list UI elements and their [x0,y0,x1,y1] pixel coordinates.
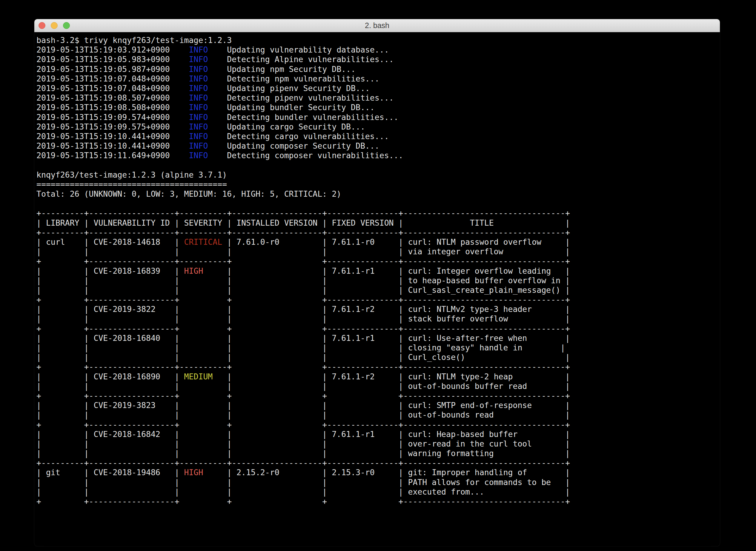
terminal-line: | | | | | | warning formatting | [36,449,720,458]
terminal-text: +---------+------------------+----------… [36,208,570,217]
terminal-output[interactable]: bash-3.2$ trivy knqyf263/test-image:1.2.… [34,32,720,546]
terminal-line: | | | | | | closing "easy" handle in | [36,343,720,353]
terminal-line: | | | | | | Curl_sasl_create_plain_messa… [36,286,720,295]
terminal-line: + +------------------+----------+ +-----… [36,256,720,266]
terminal-line: + +------------------+ + + +------------… [36,391,720,401]
terminal-text: Updating npm Security DB... [208,64,356,74]
terminal-text: 2019-05-13T15:19:08.508+0900 [36,103,189,112]
terminal-line: | | CVE-2018-16839 | HIGH | | 7.61.1-r1 … [36,266,720,276]
terminal-text: 2019-05-13T15:19:11.649+0900 [36,151,189,160]
terminal-text: | | | | | | to heap-based buffer overflo… [36,276,570,285]
terminal-text: | curl | CVE-2018-14618 | [36,237,184,246]
terminal-text: + +------------------+ + +--------------… [36,295,570,304]
terminal-line: | | | | | | PATH allows for commands to … [36,478,720,487]
terminal-text: | | | | | | closing "easy" handle in | [36,343,565,352]
terminal-text: ======================================== [36,180,227,189]
info-text: INFO [189,45,208,54]
terminal-line: 2019-05-13T15:19:10.441+0900 INFO Updati… [36,141,720,151]
terminal-text: 2019-05-13T15:19:05.987+0900 [36,64,189,74]
info-text: INFO [189,84,208,93]
terminal-text: Updating pipenv Security DB... [208,84,370,93]
terminal-text: | | | | | | via integer overflow | [36,247,570,256]
window-title: 2. bash [365,21,389,30]
terminal-line: | LIBRARY | VULNERABILITY ID | SEVERITY … [36,218,720,228]
terminal-text: | | CVE-2018-16840 | | | 7.61.1-r1 | cur… [36,334,570,343]
terminal-line: | | CVE-2018-16840 | | | 7.61.1-r1 | cur… [36,334,720,343]
terminal-text: + +------------------+----------+ +-----… [36,256,570,265]
terminal-text: +---------+------------------+----------… [36,228,570,237]
info-text: INFO [189,112,208,122]
terminal-text: bash-3.2$ trivy knqyf263/test-image:1.2.… [36,35,232,45]
high-text: HIGH [184,266,203,276]
terminal-text: +---------+------------------+----------… [36,458,570,467]
close-button[interactable] [38,22,45,29]
terminal-window: 2. bash bash-3.2$ trivy knqyf263/test-im… [34,19,720,546]
terminal-text: 2019-05-13T15:19:07.048+0900 [36,84,189,93]
terminal-text: Updating cargo Security DB... [208,122,365,131]
terminal-line: | | | | | | Curl_close() | [36,353,720,362]
medium-text: MEDIUM [184,372,213,381]
terminal-line: 2019-05-13T15:19:07.048+0900 INFO Detect… [36,74,720,84]
terminal-text: Updating vulnerability database... [208,45,389,54]
terminal-line: 2019-05-13T15:19:03.912+0900 INFO Updati… [36,45,720,55]
terminal-text: | 2.15.2-r0 | 2.15.3-r0 | git: Improper … [203,468,570,477]
window-titlebar[interactable]: 2. bash [34,19,720,32]
terminal-text: | | CVE-2019-3822 | | | 7.61.1-r2 | curl… [36,305,570,314]
info-text: INFO [189,64,208,74]
terminal-text: 2019-05-13T15:19:07.048+0900 [36,74,189,83]
terminal-text: Detecting cargo vulnerabilities... [208,132,389,141]
info-text: INFO [189,55,208,64]
terminal-text: Updating bundler Security DB... [208,103,374,112]
high-text: HIGH [184,468,203,477]
terminal-text: | | | | | | warning formatting | [36,449,570,458]
terminal-line: | | | | | | via integer overflow | [36,247,720,256]
terminal-text: + +------------------+ + + +------------… [36,391,570,400]
info-text: INFO [189,132,208,141]
terminal-text: 2019-05-13T15:19:10.441+0900 [36,132,189,141]
terminal-text: + +------------------+ + + +------------… [36,497,570,506]
terminal-line: ======================================== [36,180,720,189]
terminal-line: | curl | CVE-2018-14618 | CRITICAL | 7.6… [36,237,720,247]
zoom-button[interactable] [63,22,70,29]
terminal-line: 2019-05-13T15:19:08.507+0900 INFO Detect… [36,93,720,103]
terminal-line: 2019-05-13T15:19:11.649+0900 INFO Detect… [36,151,720,160]
terminal-line: | | | | | | stack buffer overflow | [36,314,720,324]
terminal-text: Detecting Alpine vulnerabilities... [208,55,394,64]
terminal-text: 2019-05-13T15:19:08.507+0900 [36,93,189,102]
terminal-line: 2019-05-13T15:19:09.575+0900 INFO Updati… [36,122,720,132]
terminal-text: | | CVE-2019-3823 | | | | curl: SMTP end… [36,401,570,410]
terminal-text: + +------------------+ + +--------------… [36,324,570,333]
terminal-line: | | CVE-2019-3822 | | | 7.61.1-r2 | curl… [36,305,720,314]
terminal-line [36,199,720,208]
traffic-lights [38,22,70,29]
terminal-text: | git | CVE-2018-19486 | [36,468,184,477]
terminal-text: | | CVE-2018-16842 | | | 7.61.1-r1 | cur… [36,430,570,439]
terminal-text: | | CVE-2018-16890 | [36,372,184,381]
terminal-line: | | | | | | out-of-bounds buffer read | [36,382,720,391]
terminal-line: + +------------------+ + +--------------… [36,420,720,430]
terminal-line: | | | | | | executed from... | [36,487,720,497]
terminal-line: + +------------------+ + +--------------… [36,324,720,334]
info-text: INFO [189,122,208,131]
terminal-text: | | | | | | out-of-bounds read | [36,410,570,419]
terminal-line: | | | | | | out-of-bounds read | [36,410,720,420]
terminal-text: + +------------------+ + +--------------… [36,420,570,429]
terminal-line: +---------+------------------+----------… [36,208,720,218]
terminal-text: | | | | | | over-read in the curl tool | [36,439,570,448]
terminal-text: | | | | | | PATH allows for commands to … [36,478,570,487]
terminal-text: + +------------------+----------+ +-----… [36,362,570,371]
terminal-text: | | | | | | stack buffer overflow | [36,314,570,323]
terminal-line: 2019-05-13T15:19:05.983+0900 INFO Detect… [36,55,720,64]
terminal-line: | | CVE-2018-16890 | MEDIUM | | 7.61.1-r… [36,372,720,382]
info-text: INFO [189,93,208,102]
terminal-line: + +------------------+ + + +------------… [36,497,720,506]
terminal-line: 2019-05-13T15:19:07.048+0900 INFO Updati… [36,84,720,93]
terminal-text: 2019-05-13T15:19:03.912+0900 [36,45,189,54]
terminal-text: Detecting bundler vulnerabilities... [208,112,398,122]
terminal-line [36,160,720,170]
terminal-text: 2019-05-13T15:19:05.983+0900 [36,55,189,64]
terminal-text: | | CVE-2018-16839 | [36,266,184,276]
terminal-line: +---------+------------------+----------… [36,458,720,468]
terminal-text: | LIBRARY | VULNERABILITY ID | SEVERITY … [36,218,570,227]
minimize-button[interactable] [51,22,58,29]
